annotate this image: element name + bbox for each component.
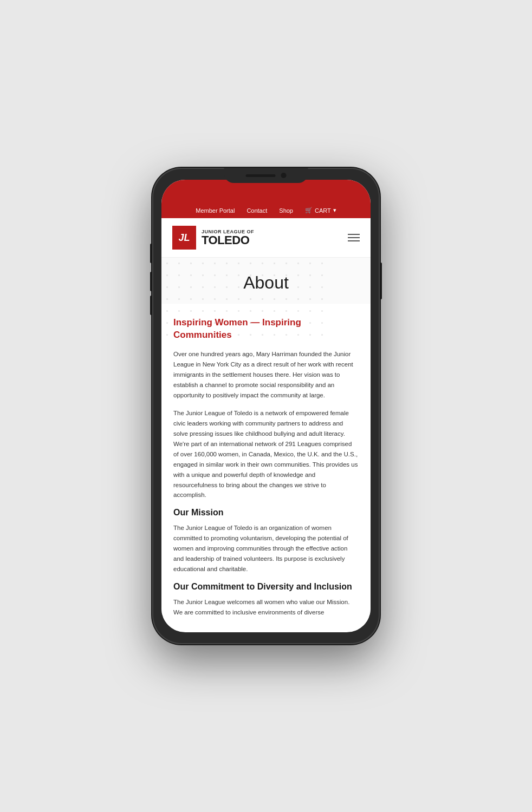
hamburger-line-2 bbox=[348, 237, 360, 238]
hamburger-line-3 bbox=[348, 240, 360, 241]
hamburger-line-1 bbox=[348, 234, 360, 235]
notch-speaker bbox=[246, 174, 276, 177]
mission-title: Our Mission bbox=[173, 508, 359, 518]
cart-chevron: ▾ bbox=[333, 207, 336, 214]
logo-icon: JL bbox=[172, 226, 196, 250]
nav-shop[interactable]: Shop bbox=[279, 207, 293, 214]
content-area[interactable]: About Inspiring Women — Inspiring Commun… bbox=[161, 258, 371, 630]
notch-camera bbox=[281, 173, 287, 178]
main-content: Inspiring Women — Inspiring Communities … bbox=[161, 304, 371, 630]
intro-paragraph-2: The Junior League of Toledo is a network… bbox=[173, 408, 359, 501]
nav-bar[interactable]: Member Portal Contact Shop 🛒 CART ▾ bbox=[161, 204, 371, 218]
phone-notch bbox=[224, 168, 308, 183]
mission-text: The Junior League of Toledo is an organi… bbox=[173, 523, 359, 574]
logo-title: TOLEDO bbox=[202, 234, 254, 246]
phone-frame: Member Portal Contact Shop 🛒 CART ▾ JL J… bbox=[152, 168, 380, 644]
diversity-text: The Junior League welcomes all women who… bbox=[173, 597, 359, 618]
status-bar bbox=[161, 180, 371, 204]
logo-text-area: JUNIOR LEAGUE OF TOLEDO bbox=[202, 229, 254, 246]
nav-contact[interactable]: Contact bbox=[246, 207, 267, 214]
intro-paragraph-1: Over one hundred years ago, Mary Harrima… bbox=[173, 349, 359, 401]
logo-letters: JL bbox=[178, 232, 190, 244]
hamburger-menu[interactable] bbox=[348, 234, 360, 241]
site-header: JL JUNIOR LEAGUE OF TOLEDO bbox=[161, 218, 371, 258]
main-headline: Inspiring Women — Inspiring Communities bbox=[173, 317, 359, 342]
phone-screen: Member Portal Contact Shop 🛒 CART ▾ JL J… bbox=[161, 180, 371, 632]
about-hero: About bbox=[161, 258, 371, 304]
phone-wrapper: Member Portal Contact Shop 🛒 CART ▾ JL J… bbox=[141, 157, 391, 655]
cart-icon: 🛒 bbox=[305, 207, 313, 214]
logo-area[interactable]: JL JUNIOR LEAGUE OF TOLEDO bbox=[172, 226, 254, 250]
diversity-title: Our Commitment to Diversity and Inclusio… bbox=[173, 582, 359, 592]
cart-label: CART bbox=[315, 207, 331, 214]
nav-member-portal[interactable]: Member Portal bbox=[196, 207, 235, 214]
page-title: About bbox=[172, 273, 360, 293]
nav-cart[interactable]: 🛒 CART ▾ bbox=[305, 207, 336, 214]
